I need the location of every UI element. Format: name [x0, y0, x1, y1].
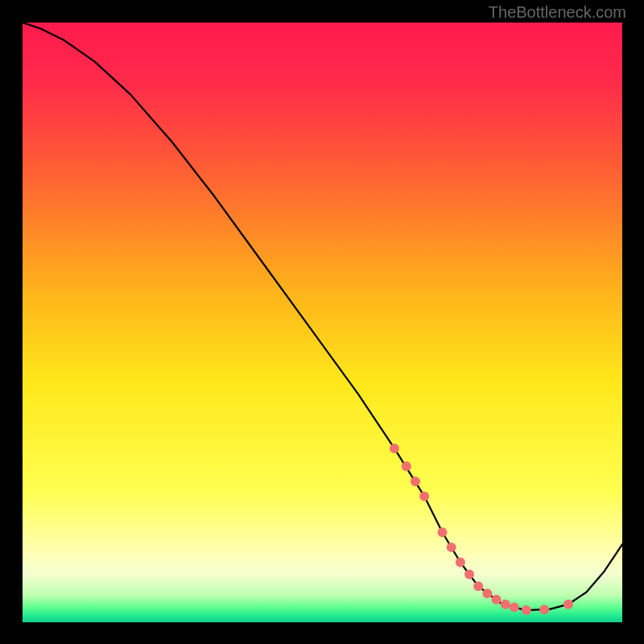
data-marker: [564, 600, 573, 609]
data-marker: [522, 605, 531, 615]
chart-svg: [23, 23, 622, 622]
data-marker: [492, 595, 502, 605]
data-marker: [473, 581, 483, 591]
data-marker: [510, 602, 519, 612]
gradient-background: [23, 23, 622, 622]
data-marker: [390, 444, 399, 453]
plot-area: [23, 23, 622, 622]
watermark-text: TheBottleneck.com: [489, 3, 626, 22]
data-marker: [402, 461, 411, 471]
chart-container: TheBottleneck.com: [0, 0, 644, 644]
data-marker: [501, 600, 510, 609]
data-marker: [456, 558, 465, 568]
data-marker: [539, 605, 549, 614]
data-marker: [464, 569, 474, 579]
data-marker: [438, 527, 448, 537]
data-marker: [419, 492, 429, 502]
data-marker: [482, 588, 492, 598]
data-marker: [411, 477, 420, 486]
data-marker: [447, 543, 456, 552]
